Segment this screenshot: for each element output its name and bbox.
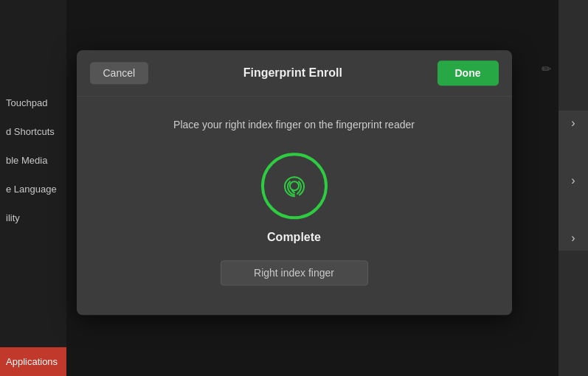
sidebar-item-accessibility[interactable]: ility — [0, 203, 66, 232]
sidebar-item-language[interactable]: e Language — [0, 175, 66, 203]
arrow-btn-3[interactable]: › — [561, 231, 585, 245]
fingerprint-icon-circle — [261, 153, 328, 219]
sidebar-item-media[interactable]: ble Media — [0, 146, 66, 175]
finger-name-input[interactable] — [221, 260, 368, 285]
dialog-title: Fingerprint Enroll — [243, 66, 342, 80]
done-button[interactable]: Done — [437, 60, 499, 86]
svg-point-0 — [290, 181, 299, 190]
sidebar-item-applications[interactable]: Applications — [0, 347, 66, 376]
right-panel: › › › — [558, 111, 588, 251]
dialog-body: Place your right index finger on the fin… — [77, 97, 512, 315]
fingerprint-svg — [275, 167, 314, 205]
dialog-header: Cancel Fingerprint Enroll Done — [77, 50, 512, 97]
instruction-text: Place your right index finger on the fin… — [173, 119, 415, 130]
cancel-button[interactable]: Cancel — [90, 62, 149, 84]
sidebar-item-shortcuts[interactable]: d Shortcuts — [0, 117, 66, 146]
sidebar: Touchpad d Shortcuts ble Media e Languag… — [0, 0, 66, 376]
arrow-btn-2[interactable]: › — [561, 174, 585, 187]
fingerprint-enroll-dialog: Cancel Fingerprint Enroll Done Place you… — [77, 50, 512, 315]
arrow-btn-1[interactable]: › — [561, 116, 585, 130]
sidebar-item-touchpad[interactable]: Touchpad — [0, 88, 66, 117]
complete-label: Complete — [267, 231, 321, 244]
